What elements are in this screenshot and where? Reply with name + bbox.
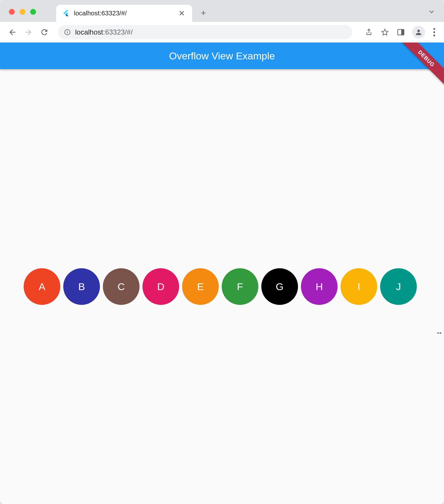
site-info-icon[interactable] (64, 29, 71, 36)
svg-rect-2 (67, 31, 68, 31)
reload-button[interactable] (39, 27, 50, 38)
app-viewport: Overflow View Example DEBUG ABCDEFGHIJ ↔ (0, 43, 444, 504)
avatar-circle-g[interactable]: G (261, 268, 298, 305)
app-bar: Overflow View Example (0, 43, 444, 69)
titlebar: localhost:63323/#/ ✕ + (0, 0, 444, 22)
url-host: localhost (75, 28, 103, 36)
avatar-circle-e[interactable]: E (182, 268, 219, 305)
avatar-circle-h[interactable]: H (301, 268, 338, 305)
avatar-row: ABCDEFGHIJ (24, 268, 417, 305)
bookmark-star-icon[interactable] (380, 27, 390, 37)
avatar-circle-c[interactable]: C (103, 268, 140, 305)
close-tab-button[interactable]: ✕ (177, 8, 186, 18)
url-path: :63323/#/ (103, 28, 133, 36)
window-controls (9, 9, 36, 15)
minimize-window-button[interactable] (20, 9, 25, 15)
maximize-window-button[interactable] (30, 9, 36, 15)
browser-tab[interactable]: localhost:63323/#/ ✕ (56, 5, 192, 22)
back-button[interactable] (7, 27, 18, 38)
close-window-button[interactable] (9, 9, 15, 15)
tab-title: localhost:63323/#/ (74, 9, 173, 17)
app-body: ABCDEFGHIJ (0, 69, 444, 504)
new-tab-button[interactable]: + (197, 7, 209, 19)
profile-avatar[interactable] (412, 26, 425, 39)
svg-rect-4 (401, 29, 404, 35)
avatar-circle-d[interactable]: D (142, 268, 179, 305)
flutter-favicon-icon (62, 9, 70, 17)
address-bar[interactable]: localhost:63323/#/ (58, 25, 352, 39)
browser-window: localhost:63323/#/ ✕ + localhost:63323/#… (0, 0, 444, 504)
svg-rect-1 (67, 32, 68, 33)
avatar-circle-b[interactable]: B (63, 268, 100, 305)
app-title: Overflow View Example (169, 50, 275, 62)
forward-button[interactable] (23, 27, 34, 38)
side-panel-icon[interactable] (396, 27, 406, 37)
share-icon[interactable] (364, 27, 374, 37)
avatar-circle-j[interactable]: J (380, 268, 417, 305)
avatar-circle-a[interactable]: A (24, 268, 60, 305)
avatar-circle-i[interactable]: I (341, 268, 377, 305)
avatar-circle-f[interactable]: F (222, 268, 258, 305)
tabs-dropdown-icon[interactable] (428, 8, 435, 17)
menu-button[interactable] (432, 26, 437, 38)
url-text: localhost:63323/#/ (75, 28, 133, 36)
browser-toolbar: localhost:63323/#/ (0, 22, 444, 43)
toolbar-actions (364, 26, 437, 39)
